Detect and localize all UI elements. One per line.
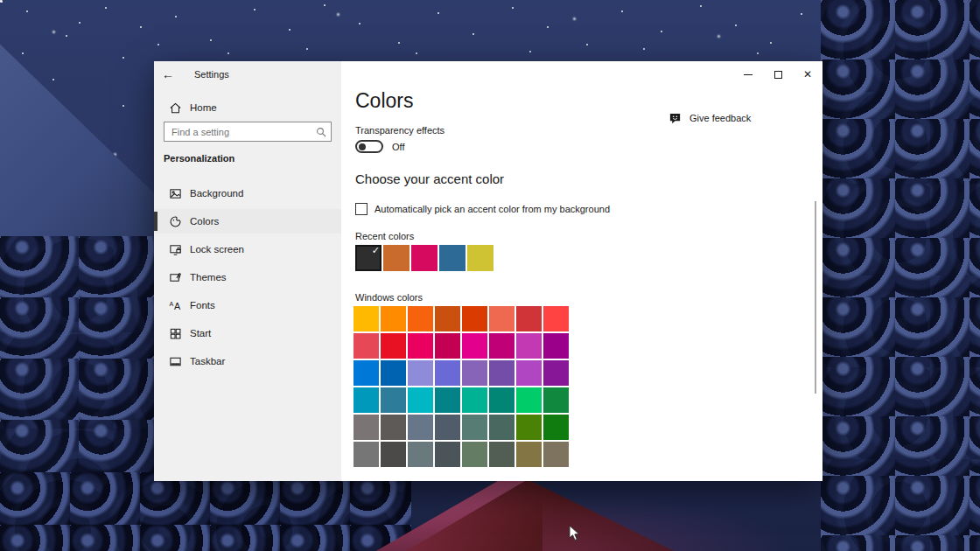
windows-color-swatch-8[interactable] — [354, 333, 379, 359]
windows-color-swatch-15[interactable] — [543, 333, 569, 359]
give-feedback-link[interactable]: Give feedback — [668, 111, 751, 125]
windows-color-swatch-33[interactable] — [381, 415, 406, 440]
sidebar-item-colors[interactable]: Colors — [154, 209, 341, 234]
windows-color-swatch-27[interactable] — [435, 387, 460, 413]
windows-color-swatch-14[interactable] — [516, 333, 542, 359]
sidebar-item-start[interactable]: Start — [154, 321, 341, 345]
scrollbar-thumb[interactable] — [815, 201, 816, 394]
windows-color-swatch-46[interactable] — [516, 442, 542, 467]
wallpaper-trees-bottom — [0, 472, 411, 551]
sidebar-item-label: Lock screen — [190, 244, 244, 255]
main-content: Colors Transparency effects Off Choose y… — [341, 61, 822, 481]
sidebar-item-home[interactable]: Home — [154, 96, 341, 119]
windows-color-swatch-17[interactable] — [381, 360, 406, 386]
windows-color-swatch-45[interactable] — [489, 442, 514, 467]
windows-color-swatch-44[interactable] — [462, 442, 487, 467]
windows-color-swatch-36[interactable] — [462, 415, 487, 440]
search-box[interactable] — [164, 122, 332, 142]
sidebar-item-label: Themes — [190, 272, 227, 282]
windows-color-swatch-0[interactable] — [354, 306, 379, 331]
sidebar-item-taskbar[interactable]: Taskbar — [154, 349, 341, 373]
selection-indicator — [154, 352, 158, 371]
home-icon — [168, 101, 182, 115]
windows-color-swatch-34[interactable] — [408, 415, 433, 440]
windows-color-swatch-40[interactable] — [354, 442, 379, 467]
windows-color-swatch-31[interactable] — [543, 387, 569, 413]
recent-color-swatch-3[interactable] — [439, 245, 466, 271]
windows-color-swatch-47[interactable] — [543, 442, 569, 467]
recent-color-swatch-4[interactable] — [467, 245, 494, 271]
start-icon — [168, 326, 182, 340]
windows-color-swatch-11[interactable] — [435, 333, 460, 359]
selection-indicator — [154, 296, 158, 315]
recent-color-swatch-2[interactable] — [411, 245, 438, 271]
windows-color-swatch-38[interactable] — [516, 415, 542, 440]
windows-color-swatch-18[interactable] — [408, 360, 433, 386]
sidebar-item-themes[interactable]: Themes — [154, 265, 341, 289]
windows-color-swatch-21[interactable] — [489, 360, 514, 386]
toggle-knob — [359, 143, 366, 150]
recent-color-swatch-0[interactable]: ✓ — [355, 245, 382, 271]
windows-color-swatch-37[interactable] — [489, 415, 514, 440]
windows-color-swatch-1[interactable] — [381, 306, 406, 331]
transparency-state: Off — [392, 142, 404, 152]
themes-icon — [168, 270, 182, 284]
windows-color-swatch-39[interactable] — [543, 415, 569, 440]
recent-colors-row: ✓ — [355, 245, 494, 271]
windows-color-swatch-29[interactable] — [489, 387, 514, 413]
recent-color-swatch-1[interactable] — [383, 245, 410, 271]
windows-color-swatch-23[interactable] — [543, 360, 569, 386]
windows-color-swatch-10[interactable] — [408, 333, 433, 359]
windows-color-swatch-9[interactable] — [381, 333, 406, 359]
selection-indicator — [154, 184, 158, 203]
windows-color-swatch-7[interactable] — [543, 306, 569, 331]
search-icon[interactable] — [312, 127, 331, 137]
windows-color-swatch-16[interactable] — [354, 360, 379, 386]
sidebar-item-label: Fonts — [190, 300, 215, 310]
windows-color-swatch-13[interactable] — [489, 333, 514, 359]
windows-color-swatch-5[interactable] — [489, 306, 514, 331]
sidebar-item-label: Background — [190, 188, 243, 199]
windows-color-swatch-6[interactable] — [516, 306, 542, 331]
windows-color-swatch-32[interactable] — [354, 415, 379, 440]
window-title: Settings — [194, 69, 229, 80]
svg-text:A: A — [174, 301, 181, 311]
transparency-toggle[interactable] — [355, 140, 383, 153]
windows-color-swatch-35[interactable] — [435, 415, 460, 440]
feedback-icon — [668, 111, 682, 125]
windows-color-swatch-22[interactable] — [516, 360, 542, 386]
windows-color-swatch-3[interactable] — [435, 306, 460, 331]
windows-color-swatch-43[interactable] — [435, 442, 460, 467]
page-title: Colors — [355, 89, 413, 113]
windows-color-swatch-30[interactable] — [516, 387, 542, 413]
recent-colors-label: Recent colors — [355, 231, 414, 241]
sidebar-item-background[interactable]: Background — [154, 181, 341, 206]
sidebar-item-lock-screen[interactable]: Lock screen — [154, 237, 341, 262]
windows-color-swatch-20[interactable] — [462, 360, 487, 386]
windows-color-swatch-24[interactable] — [354, 387, 379, 413]
windows-color-swatch-41[interactable] — [381, 442, 406, 467]
settings-window: ← Settings ✕ Home Personalizatio — [154, 61, 822, 481]
selection-indicator — [154, 268, 158, 287]
windows-color-swatch-12[interactable] — [462, 333, 487, 359]
back-button[interactable]: ← — [154, 61, 182, 87]
sidebar-item-label: Colors — [190, 216, 219, 227]
search-input[interactable] — [164, 127, 312, 137]
wallpaper-trees-right — [821, 0, 980, 551]
mouse-cursor — [569, 525, 580, 545]
windows-color-swatch-25[interactable] — [381, 387, 406, 413]
windows-colors-label: Windows colors — [355, 292, 423, 303]
auto-pick-checkbox[interactable] — [355, 203, 368, 215]
windows-color-swatch-4[interactable] — [462, 306, 487, 331]
windows-color-swatch-26[interactable] — [408, 387, 433, 413]
desktop: ← Settings ✕ Home Personalizatio — [0, 0, 980, 551]
windows-color-swatch-19[interactable] — [435, 360, 460, 386]
sidebar-item-fonts[interactable]: AAFonts — [154, 293, 341, 317]
windows-color-swatch-28[interactable] — [462, 387, 487, 413]
selection-indicator — [154, 212, 158, 231]
transparency-label: Transparency effects — [355, 125, 444, 136]
bright-stars — [0, 0, 3, 3]
windows-color-swatch-42[interactable] — [408, 442, 433, 467]
windows-color-swatch-2[interactable] — [408, 306, 433, 331]
svg-text:A: A — [169, 301, 173, 307]
